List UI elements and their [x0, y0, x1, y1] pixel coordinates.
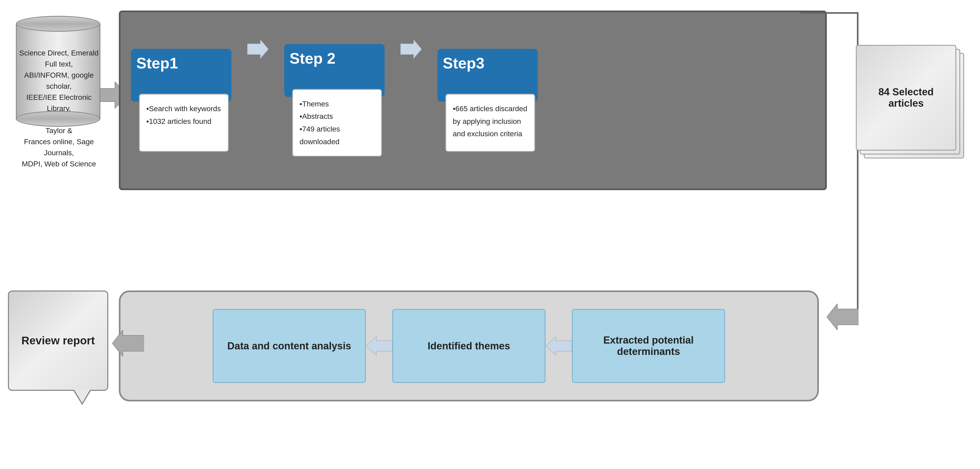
- review-report-container: Review report: [8, 291, 114, 404]
- step1-content: •Search with keywords •1032 articles fou…: [139, 94, 229, 152]
- svg-marker-4: [366, 337, 392, 355]
- step2-line3: •749 articles downloaded: [299, 123, 375, 148]
- cylinder-bottom: [16, 111, 100, 127]
- arrow-data-themes: [366, 335, 392, 356]
- database-container: Science Direct, Emerald Full text, ABI/I…: [8, 16, 108, 127]
- review-report-label: Review report: [21, 334, 95, 347]
- bottom-panel: Data and content analysis Identified the…: [119, 291, 819, 401]
- extracted-determinants-box: Extracted potential determinants: [572, 309, 725, 383]
- step1-line2: •1032 articles found: [146, 115, 221, 128]
- svg-marker-1: [247, 40, 268, 58]
- arrow-step1-step2: [247, 38, 268, 60]
- identified-themes-label: Identified themes: [428, 340, 510, 352]
- arrow-themes-extracted: [546, 335, 572, 356]
- selected-articles-stack: 84 Selected articles: [856, 45, 967, 172]
- svg-marker-2: [401, 40, 422, 58]
- data-content-box: Data and content analysis: [213, 309, 366, 383]
- review-report-box: Review report: [8, 291, 108, 391]
- step3-label: Step3: [443, 54, 484, 72]
- top-panel: Step1 •Search with keywords •1032 articl…: [119, 11, 827, 190]
- connector-line-top-right: [800, 12, 859, 14]
- extracted-determinants-label: Extracted potential determinants: [578, 335, 719, 357]
- svg-marker-5: [546, 337, 572, 355]
- svg-marker-6: [112, 330, 144, 356]
- svg-marker-3: [827, 304, 859, 330]
- identified-themes-box: Identified themes: [392, 309, 546, 383]
- arrow-step2-step3: [401, 38, 422, 60]
- cylinder-body: Science Direct, Emerald Full text, ABI/I…: [16, 24, 100, 119]
- step3-line1: •665 articles discarded by applying incl…: [453, 102, 528, 140]
- callout-tail-fill: [74, 389, 90, 403]
- database-sources-text: Science Direct, Emerald Full text, ABI/I…: [17, 48, 101, 170]
- paper-front: 84 Selected articles: [856, 45, 956, 151]
- step2-line2: •Abstracts: [299, 110, 375, 123]
- step3-content: •665 articles discarded by applying incl…: [445, 94, 535, 152]
- connector-line-down: [857, 193, 859, 312]
- step2-content: •Themes •Abstracts •749 articles downloa…: [292, 89, 382, 157]
- step3-wrapper: Step3 •665 articles discarded by applyin…: [438, 49, 538, 152]
- database-cylinder: Science Direct, Emerald Full text, ABI/I…: [16, 16, 100, 127]
- arrow-selected-to-bottom: [827, 304, 859, 330]
- step1-line1: •Search with keywords: [146, 102, 221, 115]
- step2-wrapper: Step 2 •Themes •Abstracts •749 articles …: [284, 44, 385, 157]
- step1-wrapper: Step1 •Search with keywords •1032 articl…: [131, 49, 231, 152]
- step2-label: Step 2: [290, 49, 336, 67]
- step1-label: Step1: [136, 54, 178, 72]
- cylinder-top: [16, 16, 100, 32]
- selected-articles-text: 84 Selected articles: [857, 81, 955, 114]
- arrow-panel-to-review: [112, 330, 144, 356]
- step2-line1: •Themes: [299, 98, 375, 110]
- data-content-label: Data and content analysis: [228, 340, 351, 352]
